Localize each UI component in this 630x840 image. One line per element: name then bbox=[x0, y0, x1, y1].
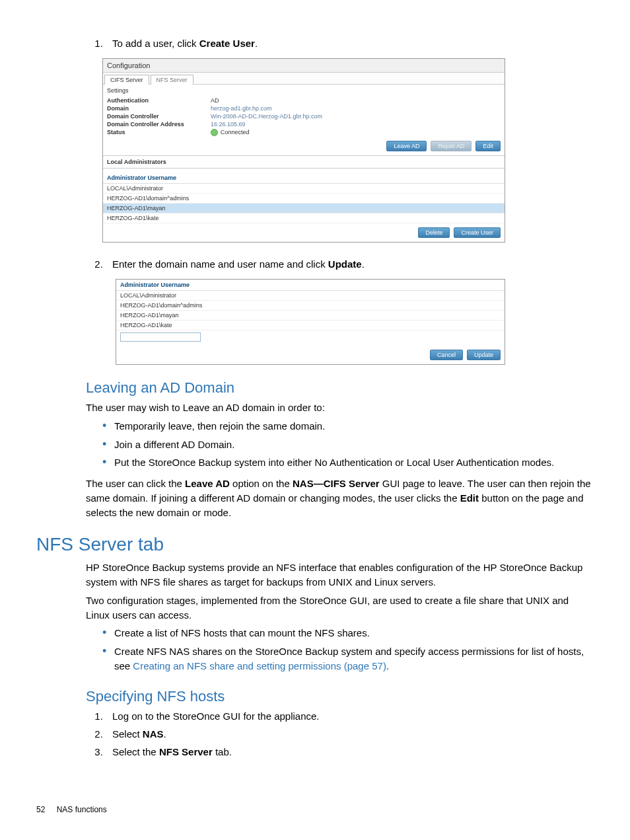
heading-nfs-server-tab: NFS Server tab bbox=[36, 534, 594, 555]
screenshot-configuration: Configuration CIFS Server NFS Server Set… bbox=[102, 58, 505, 243]
leave-ad-button[interactable]: Leave AD bbox=[386, 141, 427, 151]
heading-specifying-nfs-hosts: Specifying NFS hosts bbox=[86, 688, 594, 705]
auth-val: AD bbox=[207, 96, 223, 104]
admin-row[interactable]: HERZOG-AD1\domain^admins bbox=[116, 301, 505, 311]
status-val: Connected bbox=[207, 128, 254, 137]
status-dot-icon bbox=[211, 129, 218, 136]
leaving-intro: The user may wish to Leave an AD domain … bbox=[86, 401, 594, 415]
admin-row[interactable]: HERZOG-AD1\domain^admins bbox=[103, 194, 505, 204]
tab-row: CIFS Server NFS Server bbox=[103, 73, 505, 85]
local-admins-label: Local Administrators bbox=[103, 155, 505, 169]
bullet-item: Put the StoreOnce Backup system into eit… bbox=[102, 455, 594, 470]
tab-cifs-server[interactable]: CIFS Server bbox=[104, 75, 149, 85]
bullet-item: Create NFS NAS shares on the StoreOnce B… bbox=[102, 644, 594, 673]
leaving-paragraph: The user can click the Leave AD option o… bbox=[86, 477, 594, 519]
spec-step-1: Log on to the StoreOnce GUI for the appl… bbox=[106, 709, 594, 723]
config-title: Configuration bbox=[103, 59, 505, 73]
bullet-item: Create a list of NFS hosts that can moun… bbox=[102, 626, 594, 640]
footer-section: NAS functions bbox=[57, 805, 107, 814]
bullet-item: Join a different AD Domain. bbox=[102, 438, 594, 452]
nfs-p2: Two configuration stages, implemented fr… bbox=[86, 593, 594, 623]
admin-row[interactable]: LOCAL\Administrator bbox=[103, 184, 505, 194]
edit-button[interactable]: Edit bbox=[475, 141, 501, 151]
page-number: 52 bbox=[36, 805, 45, 814]
link-nfs-share[interactable]: Creating an NFS share and setting permis… bbox=[133, 660, 386, 671]
spec-step-2: Select NAS. bbox=[106, 727, 594, 741]
settings-label: Settings bbox=[103, 85, 505, 96]
admin-row[interactable]: LOCAL\Administrator bbox=[116, 291, 505, 301]
dca-val: 16.26.105.69 bbox=[207, 120, 250, 128]
tab-nfs-server[interactable]: NFS Server bbox=[151, 75, 193, 85]
admin-row-selected[interactable]: HERZOG-AD1\mayan bbox=[103, 204, 505, 213]
status-key: Status bbox=[103, 128, 207, 137]
admin-row[interactable]: HERZOG-AD1\mayan bbox=[116, 311, 505, 321]
step-1: To add a user, click Create User. bbox=[106, 36, 594, 50]
dca-key: Domain Controller Address bbox=[103, 120, 207, 128]
username-input[interactable] bbox=[120, 332, 201, 342]
dc-val: Win-2008-AD-DC.Herzog-AD1.gbr.hp.com bbox=[207, 112, 326, 120]
admin-username-header: Administrator Username bbox=[103, 172, 505, 184]
auth-key: Authentication bbox=[103, 96, 207, 104]
domain-key: Domain bbox=[103, 104, 207, 112]
screenshot-admin-update: Administrator Username LOCAL\Administrat… bbox=[116, 279, 505, 365]
create-user-button[interactable]: Create User bbox=[454, 227, 501, 238]
admin-row[interactable]: HERZOG-AD1\kate bbox=[116, 321, 505, 330]
dc-key: Domain Controller bbox=[103, 112, 207, 120]
heading-leaving-ad: Leaving an AD Domain bbox=[86, 379, 594, 397]
step-2: Enter the domain name and user name and … bbox=[106, 257, 594, 271]
admin-row[interactable]: HERZOG-AD1\kate bbox=[103, 213, 505, 223]
spec-step-3: Select the NFS Server tab. bbox=[106, 745, 594, 759]
nfs-p1: HP StoreOnce Backup systems provide an N… bbox=[86, 560, 594, 590]
cancel-button[interactable]: Cancel bbox=[430, 350, 463, 360]
bullet-item: Temporarily leave, then rejoin the same … bbox=[102, 419, 594, 434]
admin-username-header: Administrator Username bbox=[116, 280, 505, 291]
domain-val: herzog-ad1.gbr.hp.com bbox=[207, 104, 276, 112]
page-footer: 52 NAS functions bbox=[36, 805, 594, 814]
update-button[interactable]: Update bbox=[467, 350, 501, 360]
rejoin-ad-button: Rejoin AD bbox=[431, 141, 472, 151]
delete-button[interactable]: Delete bbox=[418, 227, 450, 238]
